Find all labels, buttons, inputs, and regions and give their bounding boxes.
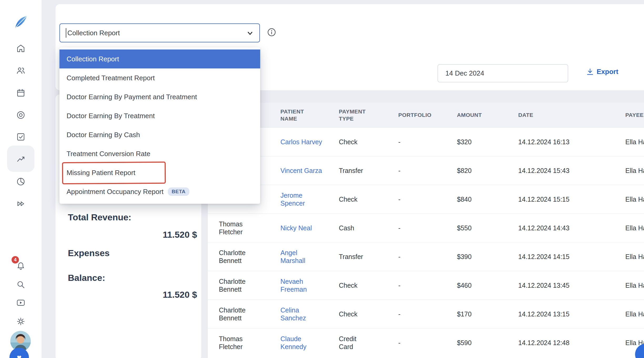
menu-item-missing-patient-report[interactable]: Missing Patient Report [59,163,260,182]
header-portfolio: PORTFOLIO [398,103,457,128]
portfolio-cell: - [398,185,457,214]
sidebar-item-calendar[interactable] [0,88,42,98]
portfolio-cell: - [398,214,457,242]
sidebar-item-notifications[interactable] [0,261,42,271]
patient-link[interactable]: Jerome Spencer [280,192,305,207]
menu-item-label: Treatment Conversion Rate [67,150,150,158]
app-root: 4 [0,0,644,358]
report-type-dropdown-menu: Collection Report Completed Treatment Re… [59,47,260,204]
patient-cell: Nevaeh Freeman [280,271,339,300]
patient-cell: Carlos Harvey [280,128,339,156]
feather-logo-icon [12,14,29,31]
table-row: Thomas Fletcher Claude Kennedy Credit Ca… [208,329,644,357]
video-play-icon [16,298,26,307]
patient-cell: Vincent Garza [280,156,339,185]
fast-forward-icon [16,199,26,208]
patient-cell: Jerome Spencer [280,185,339,214]
date-cell: 14.12.2024 15:43 [518,156,625,185]
menu-item-label: Missing Patient Report [67,169,135,177]
patient-link[interactable]: Angel Marshall [280,249,305,265]
patient-cell: Nicky Neal [280,214,339,242]
menu-item-label: Doctor Earning By Cash [67,131,140,139]
amount-cell: $460 [457,271,518,300]
amount-cell: $320 [457,128,518,156]
header-payee: PAYEE [625,103,644,128]
amount-cell: $820 [457,156,518,185]
patient-cell: Celina Sanchez [280,300,339,329]
payment-cell: Credit Card [339,329,398,357]
balance-label: Balance: [68,273,105,283]
sidebar-item-tasks[interactable] [0,132,42,142]
date-cell: 14.12.2024 14:43 [518,214,625,242]
portfolio-cell: - [398,156,457,185]
sidebar-item-statistics[interactable] [0,154,42,164]
menu-item-doctor-earning-by-payment-and-treatment[interactable]: Doctor Earning By Payment and Treatment [59,87,260,106]
menu-item-label: Doctor Earning By Treatment [67,112,155,120]
table-row: Charlotte Bennett Angel Marshall Transfe… [208,242,644,271]
patient-link[interactable]: Celina Sanchez [280,306,306,322]
trending-up-icon [16,154,26,164]
date-cell: 14.12.2024 14:15 [518,242,625,271]
export-button[interactable]: Export [586,68,618,76]
table-header-row: PATIENT NAME PAYMENT TYPE PORTFOLIO AMOU… [208,103,644,128]
menu-item-doctor-earning-by-treatment[interactable]: Doctor Earning By Treatment [59,106,260,125]
table-row: Charlotte Bennett Celina Sanchez Check -… [208,300,644,329]
chevron-down-icon [246,30,254,37]
text-cursor [66,28,66,38]
report-type-select[interactable]: Collection Report [59,23,260,42]
sidebar-item-tutorials[interactable] [0,298,42,307]
menu-item-appointment-occupancy-report[interactable]: Appointment Occupancy Report BETA [59,182,260,201]
payee-cell: Ella Harper [625,128,644,156]
doctor-cell: Charlotte Bennett [208,242,280,271]
table-row: Charlotte Bennett Nevaeh Freeman Check -… [208,271,644,300]
amount-cell: $840 [457,185,518,214]
task-check-icon [16,132,26,142]
date-value: 14 Dec 2024 [445,69,484,77]
users-icon [16,66,26,75]
date-cell: 14.12.2024 16:13 [518,128,625,156]
menu-item-label: Completed Treatment Report [67,74,155,82]
sidebar-item-reports[interactable] [0,177,42,186]
patient-cell: Angel Marshall [280,242,339,271]
menu-item-collection-report[interactable]: Collection Report [59,49,260,68]
header-payment-type: PAYMENT TYPE [339,103,398,128]
date-cell: 14.12.2024 13:15 [518,300,625,329]
sidebar-item-skip[interactable] [0,199,42,208]
table-row: Thomas Fletcher Nicky Neal Cash - $550 1… [208,214,644,242]
sidebar-item-support[interactable] [0,110,42,120]
patient-link[interactable]: Nicky Neal [280,224,312,232]
payment-cell: Check [339,128,398,156]
payee-cell: Ella Harper [625,214,644,242]
sidebar-item-patients[interactable] [0,66,42,75]
payee-cell: Ella Harper [625,156,644,185]
table-row: Jerome Spencer Check - $840 14.12.2024 1… [208,185,644,214]
heart-icon: ♥ [17,353,22,358]
date-picker-input[interactable]: 14 Dec 2024 [437,64,568,82]
report-info-button[interactable] [267,28,276,37]
balance-value: 11.520 $ [56,290,197,300]
sidebar-item-search[interactable] [0,280,42,289]
report-select-value: Collection Report [67,29,120,37]
portfolio-cell: - [398,329,457,357]
menu-item-doctor-earning-by-cash[interactable]: Doctor Earning By Cash [59,125,260,144]
patient-link[interactable]: Carlos Harvey [280,138,322,146]
menu-item-label: Doctor Earning By Payment and Treatment [67,93,197,101]
date-cell: 14.12.2024 12:48 [518,329,625,357]
beta-badge: BETA [168,187,190,196]
header-patient-name: PATIENT NAME [280,103,339,128]
patient-link[interactable]: Vincent Garza [280,167,322,174]
menu-item-treatment-conversion-rate[interactable]: Treatment Conversion Rate [59,144,260,163]
patient-link[interactable]: Claude Kennedy [280,335,306,351]
expenses-label: Expenses [68,248,110,258]
collection-report-table: PATIENT NAME PAYMENT TYPE PORTFOLIO AMOU… [208,103,644,358]
patient-link[interactable]: Nevaeh Freeman [280,278,307,293]
app-logo [0,14,42,31]
patient-cell: Claude Kennedy [280,329,339,357]
payment-cell: Check [339,185,398,214]
gear-icon [16,317,26,326]
info-icon [267,28,276,37]
sidebar-item-settings[interactable] [0,317,42,326]
sidebar-item-home[interactable] [0,44,42,53]
doctor-cell: Thomas Fletcher [208,329,280,357]
menu-item-completed-treatment-report[interactable]: Completed Treatment Report [59,68,260,87]
